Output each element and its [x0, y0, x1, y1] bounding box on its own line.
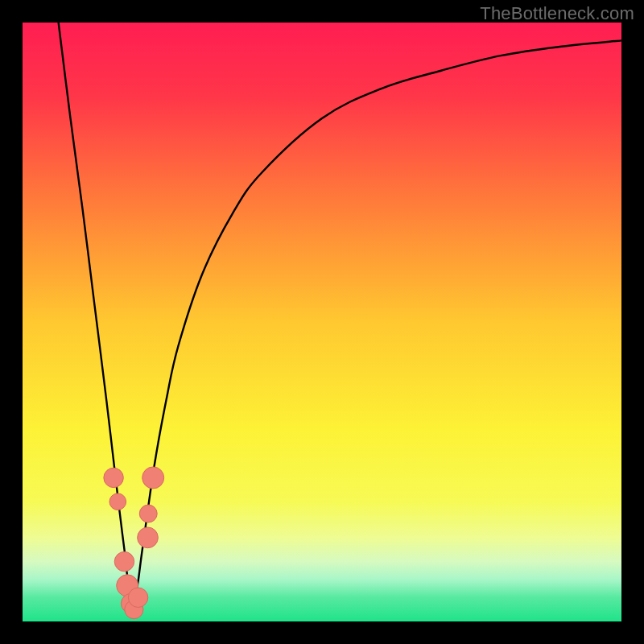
- chart-svg: [23, 23, 621, 621]
- chart-frame: TheBottleneck.com: [0, 0, 644, 644]
- data-marker: [104, 468, 123, 487]
- data-marker: [114, 551, 134, 571]
- data-markers: [104, 467, 164, 619]
- data-marker: [142, 467, 164, 489]
- watermark-text: TheBottleneck.com: [480, 3, 634, 24]
- plot-area: [23, 23, 621, 621]
- data-marker: [128, 588, 147, 607]
- data-marker: [109, 493, 126, 510]
- data-marker: [139, 505, 157, 522]
- data-marker: [138, 527, 159, 548]
